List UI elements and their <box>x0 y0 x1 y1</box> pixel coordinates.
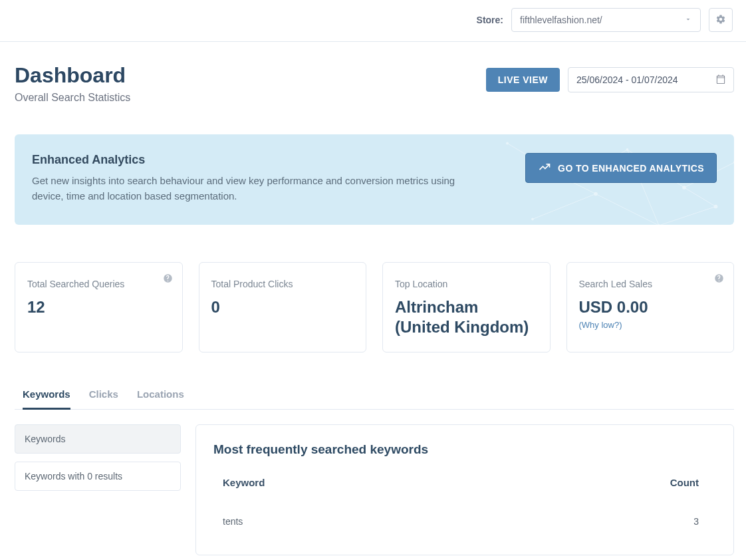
enhanced-analytics-banner: Enhanced Analytics Get new insights into… <box>15 134 734 225</box>
calendar-icon <box>716 74 725 86</box>
svg-line-9 <box>684 188 716 207</box>
cell-keyword: tents <box>223 516 243 527</box>
store-value: fifthlevelfashion.net/ <box>520 15 602 25</box>
stat-card-queries: Total Searched Queries 12 <box>15 262 183 352</box>
banner-button-label: GO TO ENHANCED ANALYTICS <box>558 163 704 174</box>
page-subtitle: Overall Search Statistics <box>15 92 130 104</box>
store-label: Store: <box>477 15 503 25</box>
stat-value: USD 0.00 <box>579 297 722 317</box>
stat-card-location: Top Location Altrincham (United Kingdom) <box>382 262 551 352</box>
date-range-picker[interactable]: 25/06/2024 - 01/07/2024 <box>568 67 734 92</box>
stat-value: 12 <box>27 297 170 317</box>
svg-point-18 <box>714 205 718 209</box>
stat-card-clicks: Total Product Clicks 0 <box>199 262 367 352</box>
page-title: Dashboard <box>15 63 130 88</box>
svg-point-10 <box>506 142 509 145</box>
help-icon[interactable] <box>714 273 724 283</box>
col-keyword: Keyword <box>223 477 265 488</box>
stat-value: Altrincham (United Kingdom) <box>395 297 538 337</box>
date-range-value: 25/06/2024 - 01/07/2024 <box>576 74 678 85</box>
stat-label: Total Product Clicks <box>211 279 354 289</box>
svg-line-6 <box>659 207 716 225</box>
svg-point-17 <box>658 224 660 225</box>
panel-title: Most frequently searched keywords <box>213 442 708 457</box>
col-count: Count <box>670 477 699 488</box>
svg-point-16 <box>594 192 598 196</box>
svg-point-12 <box>626 148 629 151</box>
trend-up-icon <box>538 160 551 176</box>
side-list: Keywords Keywords with 0 results <box>15 424 181 555</box>
stat-label: Total Searched Queries <box>27 279 170 289</box>
why-low-link[interactable]: (Why low?) <box>579 320 722 330</box>
banner-title: Enhanced Analytics <box>32 153 484 167</box>
stat-label: Top Location <box>395 279 538 289</box>
lower-section: Keywords Keywords with 0 results Most fr… <box>15 424 734 555</box>
cell-count: 3 <box>693 516 699 527</box>
keywords-panel: Most frequently searched keywords Keywor… <box>195 424 734 555</box>
gear-icon <box>715 14 726 27</box>
svg-line-7 <box>570 182 596 194</box>
page-header: Dashboard Overall Search Statistics LIVE… <box>15 63 734 104</box>
table-row: tents 3 <box>213 508 708 535</box>
live-view-button[interactable]: LIVE VIEW <box>486 68 560 92</box>
tab-locations[interactable]: Locations <box>137 384 184 410</box>
stats-row: Total Searched Queries 12 Total Product … <box>15 262 734 352</box>
keywords-table: Keyword Count tents 3 <box>213 477 708 535</box>
tabs: Keywords Clicks Locations <box>15 384 734 410</box>
svg-point-14 <box>733 161 734 164</box>
store-select[interactable]: fifthlevelfashion.net/ <box>511 8 701 32</box>
svg-line-5 <box>596 194 659 225</box>
table-head: Keyword Count <box>213 477 708 508</box>
enhanced-analytics-button[interactable]: GO TO ENHANCED ANALYTICS <box>525 153 717 183</box>
top-bar: Store: fifthlevelfashion.net/ <box>0 0 746 42</box>
tab-keywords[interactable]: Keywords <box>23 384 70 410</box>
stat-label: Search Led Sales <box>579 279 722 289</box>
stat-card-sales: Search Led Sales USD 0.00 (Why low?) <box>566 262 735 352</box>
tab-clicks[interactable]: Clicks <box>89 384 118 410</box>
side-item-keywords[interactable]: Keywords <box>15 424 181 454</box>
chevron-down-icon <box>684 15 692 25</box>
side-item-zero-results[interactable]: Keywords with 0 results <box>15 462 181 491</box>
banner-description: Get new insights into search behaviour a… <box>32 174 484 204</box>
svg-point-13 <box>682 186 686 190</box>
settings-button[interactable] <box>709 8 733 32</box>
help-icon[interactable] <box>163 273 173 283</box>
svg-point-15 <box>531 218 534 221</box>
stat-value: 0 <box>211 297 354 317</box>
svg-line-4 <box>533 194 596 219</box>
